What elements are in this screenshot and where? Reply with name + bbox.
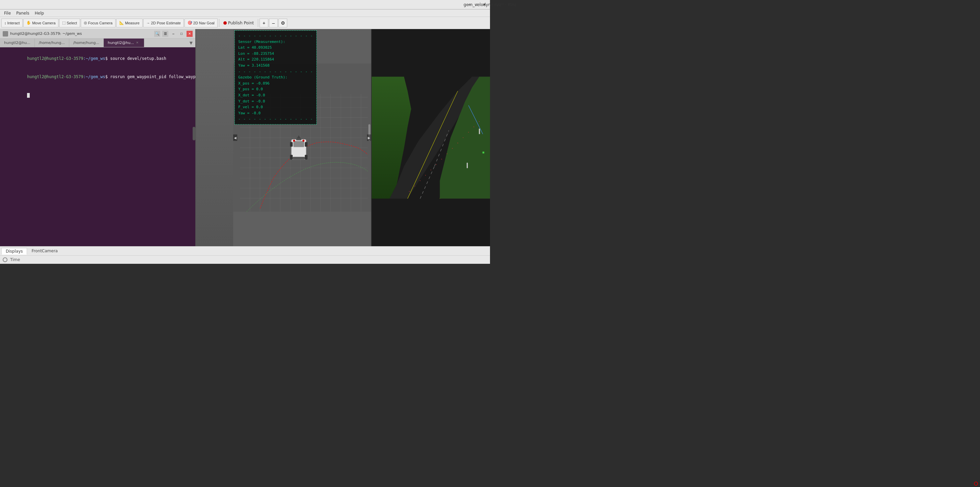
svg-point-55 [468,132,469,133]
toolbar-remove-button[interactable]: – [269,19,278,27]
svg-point-53 [457,143,458,144]
measure-icon: 📐 [119,21,124,25]
terminator-app-icon [3,31,8,37]
focus-camera-icon: ◎ [84,21,87,25]
terminal-command-0: $ source devel/setup.bash [105,56,166,61]
bottom-content: Time [0,255,490,264]
term-minimize-button[interactable]: – [170,31,177,37]
telem-divider-top: - - - - - - - - - - - - - - - [238,33,313,39]
2d-nav-icon: 🎯 [188,21,192,25]
term-maximize-button[interactable]: □ [178,31,185,37]
terminal-tab-2[interactable]: /home/hung... [69,38,104,47]
scroll-left-button[interactable]: ◀ [233,135,237,141]
menu-help[interactable]: Help [32,10,47,16]
svg-point-57 [479,121,479,122]
interact-icon: ↕ [5,21,6,25]
telem-xpos: X_pos = -0.096 [238,80,313,86]
publish-point-container[interactable]: Publish Point [221,21,256,26]
terminal-path-1: :~/gem_ws [83,74,105,79]
term-menu-button[interactable]: ☰ [162,31,168,37]
svg-point-52 [452,148,453,149]
svg-rect-25 [293,141,304,147]
bottom-tab-frontcamera[interactable]: FrontCamera [27,247,62,254]
menu-file[interactable]: File [2,10,14,16]
telemetry-panel: - - - - - - - - - - - - - - - Sensor (Me… [234,30,317,125]
menu-panels[interactable]: Panels [14,10,32,16]
road-shoulder-left [196,29,233,246]
time-clock-icon [3,257,8,262]
move-camera-icon: ✋ [26,21,31,25]
toolbar-2d-nav[interactable]: 🎯 2D Nav Goal [185,19,218,27]
telem-lat: Lat = 40.093025 [238,45,313,51]
svg-point-49 [436,164,437,165]
terminal-tab-0[interactable]: hungtl2@hu... [0,38,35,47]
svg-rect-43 [482,152,484,153]
telem-divider-bot: - - - - - - - - - - - - - - - [238,116,313,122]
terminal-tab-3[interactable]: hungtl2@hu... ✕ [104,38,145,47]
telem-yaw2: Yaw = -0.0 [238,110,313,117]
svg-rect-59 [479,129,480,134]
svg-rect-30 [290,142,293,147]
svg-point-47 [425,175,426,176]
toolbar-2d-pose[interactable]: → 2D Pose Estimate [143,19,184,27]
svg-point-50 [441,159,442,160]
toolbar-measure[interactable]: 📐 Measure [116,19,143,27]
toolbar-focus-camera[interactable]: ◎ Focus Camera [81,19,116,27]
publish-point-dot-icon [223,21,227,25]
svg-point-27 [293,140,295,142]
terminator-title: hungtl2@hungtl2-G3-3579: ~/gem_ws [10,32,152,36]
svg-rect-32 [290,155,293,160]
toolbar-select[interactable]: ⬚ Select [59,19,80,27]
terminal-prompt-1: hungtl2@hungtl2-G3-3579 [27,74,83,79]
telem-divider-mid: - - - - - - - - - - - - - - - [238,69,313,75]
telem-yaw: Yaw = 3.141568 [238,62,313,69]
terminal-line-0: hungtl2@hungtl2-G3-3579:~/gem_ws$ source… [3,49,192,68]
scroll-right-button[interactable]: ▶ [367,135,371,141]
svg-rect-33 [305,155,307,160]
toolbar-interact[interactable]: ↕ Interact [2,19,23,27]
terminal-scrollbar[interactable] [192,127,195,141]
terminal-prompt-0: hungtl2@hungtl2-G3-3579 [27,56,83,61]
svg-point-45 [414,186,415,186]
svg-rect-31 [305,142,307,147]
toolbar-add-button[interactable]: + [259,19,268,27]
svg-point-28 [302,140,304,142]
telem-ypos: Y_pos = 0.0 [238,86,313,92]
center-gap [196,29,233,246]
gazebo-scene-svg [372,29,490,246]
terminal-line-1: hungtl2@hungtl2-G3-3579:~/gem_ws$ rosrun… [3,68,192,86]
terminal-cursor [27,93,30,98]
svg-point-56 [473,126,474,127]
terminal-tab-1[interactable]: /home/hung... [35,38,69,47]
tab-close-icon[interactable]: ✕ [136,41,140,45]
svg-point-54 [463,137,463,138]
toolbar-settings-button[interactable]: ⚙ [278,19,287,27]
tab-dropdown-button[interactable]: ▼ [187,41,195,45]
toolbar-separator-2 [258,19,258,27]
bottom-tabbar: Displays FrontCamera [0,246,490,255]
telem-ydot: Y_dot = -0.0 [238,98,313,104]
svg-rect-29 [293,157,305,160]
terminal-content[interactable]: hungtl2@hungtl2-G3-3579:~/gem_ws$ source… [0,47,195,246]
select-icon: ⬚ [62,21,65,25]
bottom-panel: Displays FrontCamera Time [0,246,490,264]
rviz-grid-view: - - - - - - - - - - - - - - - Sensor (Me… [233,29,372,246]
telem-alt: Alt = 220.115864 [238,56,313,62]
term-search-button[interactable]: 🔍 [154,31,160,37]
telem-gazebo-label: Gazebo (Ground Truth): [238,74,313,80]
term-close-button[interactable]: ✕ [186,31,192,37]
bottom-tab-displays[interactable]: Displays [2,248,27,255]
terminal-path-0: :~/gem_ws [83,56,105,61]
main-area: hungtl2@hungtl2-G3-3579: ~/gem_ws 🔍 ☰ – … [0,29,490,246]
terminal-tabbar: hungtl2@hu... /home/hung... /home/hung..… [0,38,195,47]
terminal-panel: hungtl2@hungtl2-G3-3579: ~/gem_ws 🔍 ☰ – … [0,29,196,246]
gazebo-3d-view[interactable] [372,29,490,246]
terminator-titlebar: hungtl2@hungtl2-G3-3579: ~/gem_ws 🔍 ☰ – … [0,29,195,38]
toolbar-move-camera[interactable]: ✋ Move Camera [23,19,59,27]
telem-fvel: F_vel = 0.0 [238,104,313,110]
terminal-cursor-line [3,86,192,104]
rviz-menubar: File Panels Help [0,10,490,17]
rviz-toolbar: ↕ Interact ✋ Move Camera ⬚ Select ◎ Focu… [0,17,490,29]
rviz-titlebar: gem_velodyne.rviz* - RViz – □ ✕ [0,0,490,10]
telem-lon: Lon = -88.235754 [238,51,313,57]
